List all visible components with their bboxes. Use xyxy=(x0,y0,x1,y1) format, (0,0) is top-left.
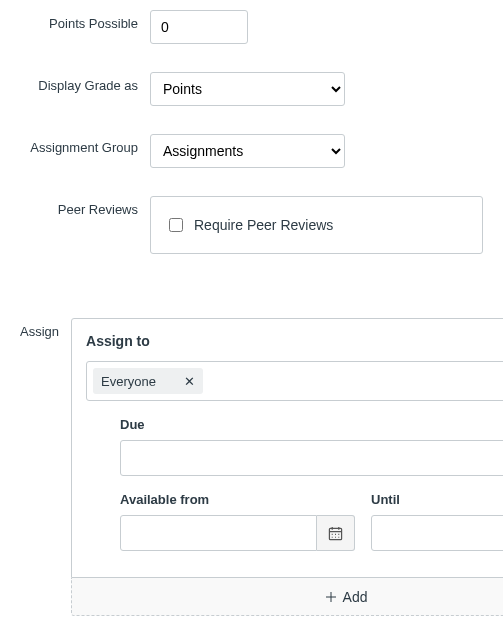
peer-reviews-label: Peer Reviews xyxy=(20,196,150,217)
close-icon[interactable]: ✕ xyxy=(184,374,195,389)
assign-token-label: Everyone xyxy=(101,374,156,389)
assign-to-input[interactable]: Everyone ✕ xyxy=(86,361,503,401)
points-possible-input[interactable] xyxy=(150,10,248,44)
plus-icon xyxy=(325,591,337,603)
available-from-calendar-button[interactable] xyxy=(317,515,355,551)
assign-token-everyone: Everyone ✕ xyxy=(93,368,203,394)
assignment-group-select[interactable]: Assignments xyxy=(150,134,345,168)
due-label: Due xyxy=(120,417,503,432)
points-possible-label: Points Possible xyxy=(20,10,150,31)
due-date-input[interactable] xyxy=(120,440,503,476)
until-input[interactable] xyxy=(371,515,503,551)
assignment-group-label: Assignment Group xyxy=(20,134,150,155)
calendar-icon xyxy=(328,526,343,541)
assign-panel: Assign to Everyone ✕ Due xyxy=(71,318,503,578)
display-grade-select[interactable]: Points xyxy=(150,72,345,106)
require-peer-reviews-checkbox[interactable] xyxy=(169,218,183,232)
add-button-label: Add xyxy=(343,589,368,605)
assign-to-heading: Assign to xyxy=(86,333,503,349)
assign-label: Assign xyxy=(20,318,71,339)
add-button[interactable]: Add xyxy=(71,578,503,616)
available-from-label: Available from xyxy=(120,492,355,507)
display-grade-label: Display Grade as xyxy=(20,72,150,93)
until-label: Until xyxy=(371,492,503,507)
require-peer-reviews-label: Require Peer Reviews xyxy=(194,217,333,233)
peer-reviews-panel: Require Peer Reviews xyxy=(150,196,483,254)
available-from-input[interactable] xyxy=(120,515,317,551)
